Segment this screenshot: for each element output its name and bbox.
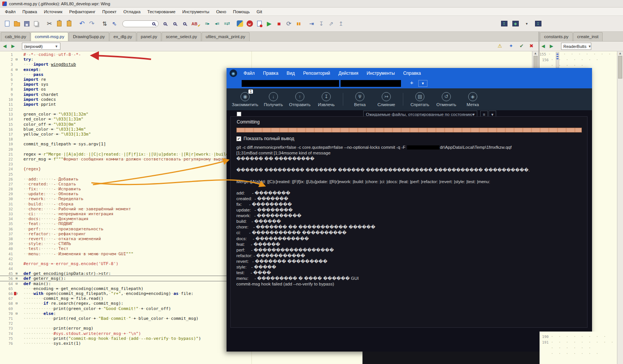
editor-tab[interactable]: panel.py [137, 32, 161, 41]
editor-tab[interactable]: DrawingSupp.py [69, 32, 109, 41]
fold-toggle-icon[interactable]: ⊟ [13, 281, 20, 286]
redacted-repo-combo[interactable] [242, 80, 339, 87]
paste-icon[interactable] [65, 19, 74, 29]
python-icon[interactable] [235, 19, 244, 29]
editor-tab[interactable]: cab_trio.py [1, 32, 30, 41]
undo-icon[interactable]: ↶ [77, 19, 86, 29]
step-out-icon[interactable]: ↥ [336, 19, 345, 29]
menu-item[interactable]: Инструменты [179, 9, 213, 15]
fold-toggle-icon[interactable]: ⊟ [13, 311, 20, 316]
menu-item[interactable]: Помощь [230, 9, 253, 15]
undo-button[interactable]: ↺Отменить [435, 92, 458, 107]
close-icon[interactable]: ✖ [529, 43, 534, 49]
save-all-icon[interactable] [32, 19, 41, 29]
panel-up-icon[interactable]: ↥ [500, 19, 509, 29]
tag-button[interactable]: ◈Метка [461, 92, 484, 107]
open-file-icon[interactable] [12, 19, 22, 29]
merge-button[interactable]: ↣Слияние [375, 92, 398, 107]
push-button[interactable]: ↑Отправить [288, 92, 311, 107]
run-to-cursor-icon[interactable]: ⇥ [307, 19, 316, 29]
select-cursor-icon[interactable]: ⇖ [110, 19, 119, 29]
editor-tab[interactable]: ufiles_mask_print.py [202, 32, 250, 41]
git-menu-item[interactable]: Репозиторий [299, 68, 335, 79]
indent-left-icon[interactable]: ◂≡ [213, 19, 222, 29]
nav-forward-button[interactable]: ▶ [11, 43, 15, 49]
editor-tab[interactable]: create_inst [573, 32, 603, 41]
git-menu-item[interactable]: Справка [399, 68, 425, 79]
file-list-checkbox[interactable] [237, 112, 241, 116]
fold-toggle-icon[interactable]: ⊞ [13, 276, 20, 281]
right-pane-dropdown[interactable]: ReaderButts▼ [561, 43, 591, 50]
menu-item[interactable]: Правка [19, 9, 40, 15]
step-over-icon[interactable]: ⇗ [327, 19, 336, 29]
show-full-output-checkbox[interactable]: ✔ [236, 136, 241, 141]
right-pane-mini-scrollbar[interactable] [556, 52, 559, 68]
code-text: #·-*-·coding:·utf-8·-*- [22, 52, 81, 57]
menu-item[interactable]: Окно [213, 9, 230, 15]
menu-item[interactable]: Рефакторинг [66, 9, 99, 15]
search-again-icon[interactable] [160, 19, 170, 29]
pull-button[interactable]: ↓Получить [262, 92, 285, 107]
warning-icon[interactable]: ⚠ [498, 43, 502, 49]
spellcheck-icon[interactable]: AB✔ [190, 19, 199, 29]
menu-item[interactable]: Тестирование [144, 9, 179, 15]
fold-toggle-icon[interactable]: ⊟ [13, 67, 20, 72]
stop-icon[interactable]: ■ [274, 19, 284, 29]
redo-icon[interactable]: ↷ [87, 19, 96, 29]
line-number: 67 [0, 296, 13, 301]
editor-tab[interactable]: commit-msg.py [31, 32, 68, 41]
diff-icon[interactable]: ⇅ [100, 19, 109, 29]
indent-convert-icon[interactable]: ≡⇄ [222, 19, 231, 29]
copy-icon[interactable] [55, 19, 64, 29]
fold-toggle-icon[interactable]: ⊞ [13, 271, 20, 276]
nav-back-button[interactable]: ◀ [3, 43, 6, 49]
toolbar-search-box[interactable] [122, 20, 159, 27]
git-menu-item[interactable]: Правка [259, 68, 283, 79]
editor-tab[interactable]: constants.py [540, 32, 573, 41]
right-editor-scrollbar[interactable]: ▲ [617, 51, 623, 364]
fetch-button[interactable]: ↧Извлечь [315, 92, 338, 107]
save-file-icon[interactable] [22, 19, 31, 29]
git-menu-item[interactable]: Действия [334, 68, 362, 79]
editor-tab[interactable]: ex_dlg.py [109, 32, 136, 41]
git-menu-item[interactable]: Инструменты [362, 68, 399, 79]
branch-button[interactable]: ⋔Ветка [349, 92, 371, 107]
indent-right-icon[interactable]: ≡▸ [203, 19, 212, 29]
editor-tab[interactable]: scene_select.py [162, 32, 201, 41]
rp-nav-forward-button[interactable]: ▶ [550, 43, 553, 49]
menu-item[interactable]: Отладка [120, 9, 144, 15]
check-icon[interactable]: ✔ [520, 43, 524, 49]
search-input[interactable] [125, 21, 151, 26]
panel-dropdown[interactable]: ▾ [522, 19, 531, 29]
fold-toggle-icon[interactable]: ⊟ [13, 301, 20, 306]
panel-down-icon[interactable]: ↧ [534, 19, 543, 29]
new-file-icon[interactable] [3, 19, 12, 29]
stash-button[interactable]: ▤Спрятать [409, 92, 431, 107]
analysis-icon[interactable]: ✦ [509, 43, 513, 49]
pause-icon[interactable]: ▮▮ [294, 19, 303, 29]
menu-item[interactable]: Проект [99, 9, 120, 15]
scope-dropdown[interactable]: (верхний)▼ [22, 43, 60, 50]
add-repo-button[interactable]: + [410, 79, 413, 86]
panel-switch-icon[interactable]: ◆ [511, 19, 520, 29]
menu-item[interactable]: Источник [40, 9, 66, 15]
menu-item[interactable]: Git [253, 9, 266, 15]
debug-io-icon[interactable] [255, 19, 264, 29]
repo-dropdown-button[interactable]: ▼ [418, 80, 427, 87]
restart-icon[interactable]: ⟳ [284, 19, 293, 29]
search-in-files-icon[interactable] [170, 19, 179, 29]
rp-nav-back-button[interactable]: ◀ [541, 43, 545, 49]
fold-toggle-icon[interactable]: ⊟ [13, 57, 20, 62]
git-menu-item[interactable]: Вид [282, 68, 299, 79]
scrollbar-thumb[interactable] [618, 56, 622, 79]
redacted-branch-combo[interactable] [341, 80, 401, 87]
menu-item[interactable]: Файл [2, 9, 19, 15]
cut-icon[interactable]: ✂ [45, 19, 54, 29]
run-icon[interactable]: ▶ [265, 19, 274, 29]
commit-button[interactable]: ◉1Закоммитить [232, 92, 258, 107]
git-menu-item[interactable]: Файл [239, 68, 259, 79]
step-into-icon[interactable]: ↧ [317, 19, 326, 29]
wing-menubar: ФайлПравкаИсточникРефакторингПроектОтлад… [0, 8, 623, 16]
wing-debug-icon[interactable]: w [245, 19, 254, 29]
search-replace-icon[interactable] [180, 19, 189, 29]
